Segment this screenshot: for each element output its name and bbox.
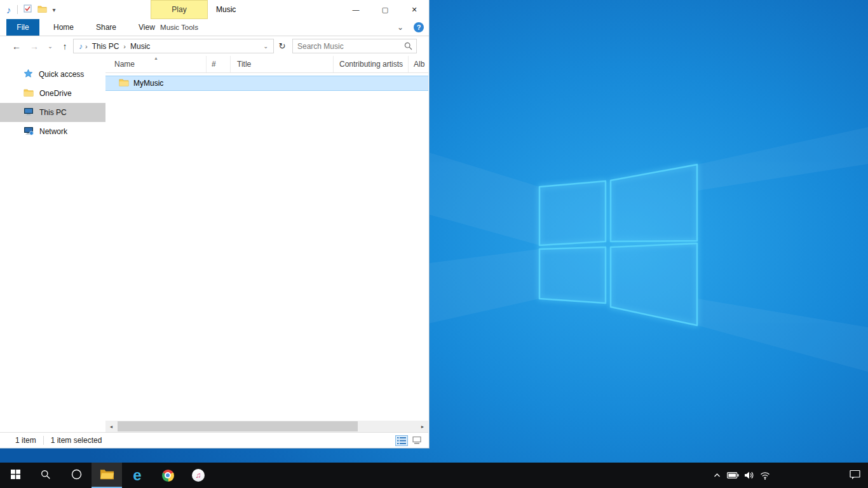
- system-tray: [709, 463, 868, 488]
- chrome-icon: [162, 470, 174, 482]
- column-header-album[interactable]: Alb: [409, 56, 428, 72]
- network-wifi-icon[interactable]: [757, 463, 773, 488]
- search-box: [292, 39, 417, 53]
- column-header-name[interactable]: ▲ Name: [105, 56, 207, 72]
- horizontal-scrollbar[interactable]: ◄ ►: [105, 421, 428, 432]
- sidebar-item-network[interactable]: Network: [0, 122, 105, 141]
- customize-qat-dropdown-icon[interactable]: ▾: [53, 6, 56, 13]
- tab-share[interactable]: Share: [88, 19, 125, 36]
- folder-icon: [119, 78, 129, 88]
- file-name: MyMusic: [133, 79, 163, 88]
- details-view-button[interactable]: [395, 435, 408, 446]
- cortana-button[interactable]: [61, 463, 92, 488]
- maximize-button[interactable]: ▢: [370, 0, 400, 19]
- toolbar-separator: [17, 5, 18, 14]
- column-label: Title: [237, 60, 251, 69]
- column-label: Contributing artists: [339, 60, 403, 69]
- large-icons-view-button[interactable]: [410, 435, 423, 446]
- taskbar-search-button[interactable]: [31, 463, 61, 488]
- tab-music-tools[interactable]: Music Tools: [151, 19, 208, 36]
- taskbar-clock-area: [773, 463, 841, 488]
- scroll-right-icon[interactable]: ►: [417, 421, 428, 432]
- volume-icon[interactable]: [741, 463, 757, 488]
- itunes-button[interactable]: ♫: [183, 463, 214, 488]
- address-bar[interactable]: ♪ › This PC › Music ⌄: [73, 39, 274, 53]
- taskbar: e ♫: [0, 463, 868, 488]
- onedrive-folder-icon: [24, 88, 34, 98]
- sidebar-item-quick-access[interactable]: Quick access: [0, 65, 105, 84]
- window-title: Music: [216, 0, 236, 19]
- ribbon-collapse-icon[interactable]: ⌄: [393, 19, 407, 36]
- search-icon[interactable]: [404, 42, 416, 50]
- internet-explorer-icon: e: [133, 468, 141, 483]
- action-center-button[interactable]: [841, 463, 868, 488]
- chrome-button[interactable]: [153, 463, 183, 488]
- column-header-number[interactable]: #: [207, 56, 231, 72]
- network-monitor-icon: [24, 126, 34, 137]
- contextual-tab-play[interactable]: Play: [151, 0, 208, 19]
- back-button[interactable]: ←: [9, 36, 24, 56]
- file-explorer-icon: [100, 468, 114, 482]
- item-count: 1 item: [15, 436, 36, 445]
- cortana-circle-icon: [71, 469, 82, 482]
- scrollbar-thumb[interactable]: [118, 421, 358, 431]
- tab-home[interactable]: Home: [45, 19, 82, 36]
- up-button[interactable]: ↑: [57, 36, 72, 56]
- search-input[interactable]: [293, 42, 404, 51]
- windows-logo-icon: [11, 470, 20, 481]
- address-dropdown-icon[interactable]: ⌄: [261, 43, 271, 50]
- itunes-icon: ♫: [192, 469, 205, 482]
- sidebar-item-label: Network: [39, 127, 67, 136]
- music-note-icon: ♪: [6, 4, 11, 15]
- column-headers: ▲ Name # Title Contributing artists Alb: [105, 56, 428, 73]
- view-toggle-buttons: [395, 435, 423, 446]
- file-row-mymusic[interactable]: MyMusic: [105, 76, 428, 91]
- ribbon-tab-row: File Home Share View Music Tools ⌄ ?: [0, 19, 429, 36]
- sort-ascending-icon: ▲: [154, 56, 158, 60]
- sidebar-item-label: Quick access: [39, 70, 84, 79]
- recent-locations-dropdown-icon[interactable]: ⌄: [44, 36, 56, 56]
- action-center-icon: [850, 470, 860, 482]
- start-button[interactable]: [0, 463, 31, 488]
- quick-access-toolbar: ♪ ▾: [6, 0, 56, 19]
- help-button[interactable]: ?: [414, 22, 424, 32]
- column-header-title[interactable]: Title: [231, 56, 334, 72]
- hidden-icons-chevron-icon[interactable]: [709, 463, 725, 488]
- play-checkbox-icon[interactable]: [24, 4, 32, 15]
- titlebar: ♪ ▾ Play Music — ▢ ✕: [0, 0, 429, 19]
- window-controls: — ▢ ✕: [341, 0, 429, 19]
- column-label: #: [212, 60, 216, 69]
- close-button[interactable]: ✕: [400, 0, 429, 19]
- file-list: ▲ Name # Title Contributing artists Alb …: [105, 56, 428, 432]
- minimize-button[interactable]: —: [341, 0, 370, 19]
- breadcrumb-music[interactable]: Music: [126, 42, 154, 51]
- file-explorer-window: ♪ ▾ Play Music — ▢ ✕ File Home Share Vie…: [0, 0, 430, 449]
- status-divider: [43, 436, 44, 445]
- breadcrumb-this-pc[interactable]: This PC: [88, 42, 124, 51]
- scroll-left-icon[interactable]: ◄: [105, 421, 117, 432]
- search-icon: [41, 470, 51, 482]
- sidebar-item-label: This PC: [39, 108, 67, 117]
- address-row: ← → ⌄ ↑ ♪ › This PC › Music ⌄ ↻: [0, 36, 429, 56]
- sidebar-item-label: OneDrive: [39, 89, 72, 98]
- star-icon: [24, 69, 33, 80]
- internet-explorer-button[interactable]: e: [122, 463, 153, 488]
- selection-count: 1 item selected: [51, 436, 102, 445]
- battery-icon[interactable]: [725, 463, 741, 488]
- navigation-pane: Quick access OneDrive This PC Network: [0, 56, 105, 432]
- computer-monitor-icon: [24, 107, 34, 118]
- column-label: Alb: [414, 60, 424, 69]
- sidebar-item-this-pc[interactable]: This PC: [0, 103, 105, 122]
- sidebar-item-onedrive[interactable]: OneDrive: [0, 84, 105, 103]
- tab-file[interactable]: File: [6, 19, 39, 36]
- address-music-icon: ♪: [79, 42, 83, 51]
- refresh-button[interactable]: ↻: [275, 39, 289, 53]
- forward-button[interactable]: →: [27, 36, 42, 56]
- taskbar-file-explorer-button[interactable]: [92, 463, 122, 488]
- status-bar: 1 item 1 item selected: [0, 432, 428, 448]
- column-header-contributing-artists[interactable]: Contributing artists: [334, 56, 409, 72]
- folder-icon[interactable]: [37, 5, 47, 15]
- column-label: Name: [114, 60, 135, 69]
